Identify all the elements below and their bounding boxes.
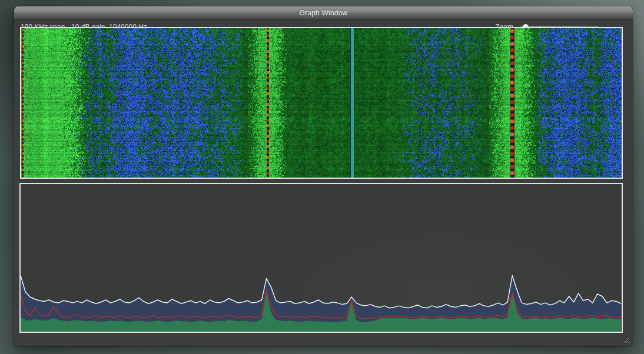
- waterfall-canvas[interactable]: [21, 28, 622, 178]
- spectrum-traces: [21, 184, 622, 332]
- window-title: Graph Window: [300, 9, 348, 17]
- waterfall-spectrogram[interactable]: [20, 27, 623, 179]
- graph-window: Graph Window 190 KHz span, -10 dB gain, …: [14, 6, 633, 346]
- window-titlebar[interactable]: Graph Window: [14, 6, 633, 19]
- desktop-background: { "window": { "title": "Graph Window" },…: [0, 0, 644, 354]
- spectrum-plot[interactable]: [19, 183, 623, 333]
- resize-grip-icon[interactable]: [622, 335, 630, 344]
